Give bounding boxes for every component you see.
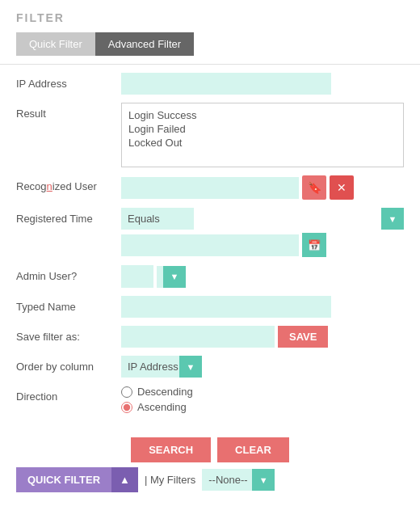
tab-bar: Quick Filter Advanced Filter xyxy=(16,32,404,56)
direction-options: Descending Ascending xyxy=(121,386,193,413)
date-row: 📅 xyxy=(121,233,404,257)
ascending-radio[interactable] xyxy=(121,402,132,413)
order-by-control: IP Address ▼ xyxy=(121,356,404,378)
save-button[interactable]: SAVE xyxy=(278,326,328,348)
date-wrap: Equals ▼ 📅 xyxy=(121,208,404,257)
typed-name-input[interactable] xyxy=(121,296,331,318)
quick-filter-label: QUICK FILTER xyxy=(27,474,100,486)
typed-name-control xyxy=(121,296,404,318)
recognized-user-input[interactable] xyxy=(121,177,299,199)
clear-button[interactable]: CLEAR xyxy=(217,437,289,462)
result-row: Result Login Success Login Failed Locked… xyxy=(16,103,404,167)
bottom-bar: SEARCH CLEAR QUICK FILTER ▲ | My Filters… xyxy=(0,429,420,500)
admin-user-control: ▼ xyxy=(121,265,404,288)
header: FILTER Quick Filter Advanced Filter xyxy=(0,0,420,56)
registered-time-control: Equals ▼ 📅 xyxy=(121,208,404,257)
order-by-row: Order by column IP Address ▼ xyxy=(16,356,404,378)
registered-time-row: Registered Time Equals ▼ 📅 xyxy=(16,208,404,257)
admin-user-select[interactable] xyxy=(157,266,186,288)
order-by-select-wrap: IP Address ▼ xyxy=(121,356,202,378)
operator-select-wrap: Equals ▼ xyxy=(121,208,404,230)
operator-select-arrow-icon: ▼ xyxy=(381,208,404,230)
ip-address-row: IP Address xyxy=(16,73,404,95)
order-by-label: Order by column xyxy=(16,356,121,373)
descending-option: Descending xyxy=(121,386,193,398)
quick-filter-up-icon: ▲ xyxy=(120,474,130,486)
save-filter-label: Save filter as: xyxy=(16,326,121,343)
result-list[interactable]: Login Success Login Failed Locked Out xyxy=(121,103,404,167)
result-control: Login Success Login Failed Locked Out xyxy=(121,103,404,167)
save-filter-row: Save filter as: SAVE xyxy=(16,326,404,348)
save-filter-input[interactable] xyxy=(121,326,275,348)
search-clear-row: SEARCH CLEAR xyxy=(16,437,404,462)
result-option-3[interactable]: Locked Out xyxy=(128,136,397,150)
registered-time-input[interactable] xyxy=(121,234,299,256)
result-label: Result xyxy=(16,103,121,120)
recognized-user-row: Recognized User 🔖 ✕ xyxy=(16,175,404,200)
search-button[interactable]: SEARCH xyxy=(131,437,211,462)
clear-user-button[interactable]: ✕ xyxy=(330,175,354,200)
result-option-2[interactable]: Login Failed xyxy=(128,122,397,136)
recognized-user-label: Recognized User xyxy=(16,175,121,192)
bookmark-button[interactable]: 🔖 xyxy=(302,175,326,200)
tab-quick-filter[interactable]: Quick Filter xyxy=(16,32,95,56)
descending-radio[interactable] xyxy=(121,386,132,398)
tab-advanced-filter[interactable]: Advanced Filter xyxy=(95,32,194,56)
registered-time-label: Registered Time xyxy=(16,208,121,225)
admin-user-label: Admin User? xyxy=(16,265,121,282)
page-title: FILTER xyxy=(16,11,404,24)
my-filters-label: | My Filters xyxy=(138,474,202,486)
operator-select[interactable]: Equals xyxy=(121,208,194,230)
form-body: IP Address Result Login Success Login Fa… xyxy=(0,65,420,429)
result-option-1[interactable]: Login Success xyxy=(128,108,397,122)
my-filters-select-wrap: --None-- ▼ xyxy=(202,469,275,491)
admin-user-select-wrap: ▼ xyxy=(157,266,186,288)
quick-filter-arrow-button[interactable]: ▲ xyxy=(111,467,138,492)
quick-filter-button[interactable]: QUICK FILTER xyxy=(16,467,111,492)
typed-name-label: Typed Name xyxy=(16,296,121,313)
direction-control: Descending Ascending xyxy=(121,386,404,413)
typed-name-row: Typed Name xyxy=(16,296,404,318)
admin-user-checkbox-area xyxy=(121,265,153,288)
my-filters-select[interactable]: --None-- xyxy=(202,469,275,491)
direction-row: Direction Descending Ascending xyxy=(16,386,404,413)
recognized-user-control: 🔖 ✕ xyxy=(121,175,404,200)
quick-filter-row: QUICK FILTER ▲ | My Filters --None-- ▼ xyxy=(16,467,404,492)
ip-address-control xyxy=(121,73,404,95)
ip-address-input[interactable] xyxy=(121,73,331,95)
save-filter-control: SAVE xyxy=(121,326,404,348)
descending-label: Descending xyxy=(137,386,193,398)
calendar-button[interactable]: 📅 xyxy=(302,233,326,257)
ascending-label: Ascending xyxy=(137,401,187,413)
order-by-select[interactable]: IP Address xyxy=(121,356,202,378)
ip-address-label: IP Address xyxy=(16,73,121,90)
admin-user-row: Admin User? ▼ xyxy=(16,265,404,288)
direction-label: Direction xyxy=(16,386,121,403)
ascending-option: Ascending xyxy=(121,401,193,413)
